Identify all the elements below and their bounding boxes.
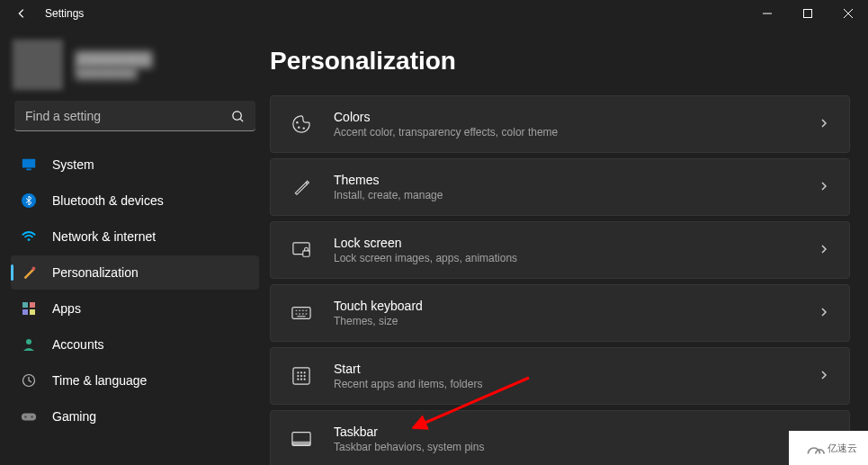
sidebar-item-personalization[interactable]: Personalization [11, 255, 259, 290]
card-subtitle: Accent color, transparency effects, colo… [334, 126, 819, 139]
svg-rect-10 [30, 309, 35, 315]
svg-rect-9 [22, 309, 28, 315]
svg-point-18 [303, 127, 305, 129]
sidebar-item-system[interactable]: System [11, 148, 259, 182]
card-start[interactable]: StartRecent apps and items, folders [270, 347, 850, 405]
sidebar-item-label: Accounts [52, 337, 104, 352]
card-subtitle: Themes, size [334, 315, 819, 327]
sidebar-item-accounts[interactable]: Accounts [11, 327, 259, 362]
card-subtitle: Taskbar behaviors, system pins [334, 441, 819, 453]
card-lock-screen[interactable]: Lock screenLock screen images, apps, ani… [270, 221, 850, 279]
avatar [13, 40, 63, 90]
svg-point-24 [300, 371, 302, 373]
card-title: Colors [334, 110, 819, 124]
search-icon[interactable] [231, 101, 245, 131]
svg-point-15 [31, 416, 32, 417]
watermark: 亿速云 [789, 431, 868, 465]
svg-point-31 [304, 379, 306, 380]
wifi-icon [20, 228, 38, 246]
clock-icon [20, 371, 38, 389]
brush-icon [20, 264, 38, 282]
sidebar-item-network[interactable]: Network & internet [11, 219, 259, 254]
taskbar-icon [291, 431, 312, 447]
content-area: Personalization ColorsAccent color, tran… [270, 27, 868, 465]
svg-rect-0 [803, 10, 811, 18]
keyboard-icon [291, 306, 312, 320]
svg-point-29 [297, 379, 299, 380]
sidebar-item-label: Apps [52, 301, 81, 316]
card-subtitle: Recent apps and items, folders [334, 378, 819, 390]
svg-point-26 [297, 375, 299, 377]
sidebar-item-label: Gaming [52, 409, 96, 424]
sidebar-item-label: Time & language [52, 373, 147, 388]
bluetooth-icon [20, 192, 38, 210]
svg-point-5 [28, 238, 31, 241]
svg-rect-13 [22, 413, 36, 420]
svg-point-23 [297, 371, 299, 373]
pencil-icon [291, 178, 312, 196]
apps-icon [20, 300, 38, 317]
svg-rect-21 [292, 308, 310, 319]
chevron-right-icon [819, 116, 829, 132]
profile-block[interactable]: ████████ ████████ [11, 36, 259, 94]
card-subtitle: Install, create, manage [334, 189, 819, 201]
card-title: Themes [334, 173, 819, 187]
chevron-right-icon [819, 368, 829, 384]
svg-point-27 [300, 375, 302, 377]
svg-point-14 [24, 416, 26, 417]
chevron-right-icon [819, 305, 829, 321]
sidebar-item-label: System [52, 157, 94, 172]
search-input[interactable] [14, 101, 255, 131]
sidebar-item-label: Personalization [52, 265, 139, 280]
monitor-icon [20, 156, 38, 174]
start-grid-icon [291, 367, 312, 385]
svg-rect-6 [32, 267, 36, 271]
chevron-right-icon [819, 179, 829, 195]
profile-name: ████████ [76, 51, 152, 67]
svg-point-28 [304, 375, 306, 377]
sidebar-item-label: Bluetooth & devices [52, 193, 164, 208]
card-colors[interactable]: ColorsAccent color, transparency effects… [270, 95, 850, 153]
close-button[interactable] [828, 0, 868, 27]
sidebar-item-time-language[interactable]: Time & language [11, 363, 259, 398]
gamepad-icon [20, 407, 38, 425]
window-controls [747, 0, 868, 27]
sidebar-item-gaming[interactable]: Gaming [11, 399, 259, 434]
svg-rect-3 [26, 169, 31, 171]
svg-rect-2 [22, 159, 35, 168]
card-title: Touch keyboard [334, 299, 819, 313]
page-title: Personalization [270, 47, 850, 76]
svg-point-17 [298, 126, 300, 128]
sidebar: ████████ ████████ System Bluetooth & dev… [0, 27, 270, 465]
card-title: Start [334, 362, 819, 376]
sidebar-item-apps[interactable]: Apps [11, 291, 259, 326]
maximize-button[interactable] [787, 0, 828, 27]
card-title: Lock screen [334, 236, 819, 250]
card-title: Taskbar [334, 425, 819, 439]
svg-point-25 [304, 371, 306, 373]
svg-rect-20 [303, 251, 309, 256]
palette-icon [291, 114, 312, 134]
window-title: Settings [45, 7, 84, 20]
titlebar: Settings [0, 0, 868, 27]
svg-point-30 [300, 379, 302, 380]
chevron-right-icon [819, 242, 829, 258]
card-taskbar[interactable]: TaskbarTaskbar behaviors, system pins [270, 410, 850, 465]
search-box [14, 101, 255, 131]
svg-rect-33 [292, 442, 310, 446]
svg-point-1 [233, 111, 241, 119]
person-icon [20, 335, 38, 353]
svg-rect-7 [22, 302, 28, 308]
svg-point-16 [296, 121, 298, 123]
card-subtitle: Lock screen images, apps, animations [334, 252, 819, 264]
lock-monitor-icon [291, 241, 312, 259]
sidebar-item-label: Network & internet [52, 229, 156, 244]
card-touch-keyboard[interactable]: Touch keyboardThemes, size [270, 284, 850, 342]
sidebar-item-bluetooth[interactable]: Bluetooth & devices [11, 183, 259, 218]
back-button[interactable] [13, 4, 31, 22]
profile-email: ████████ [76, 67, 152, 79]
svg-point-11 [26, 339, 31, 344]
card-themes[interactable]: ThemesInstall, create, manage [270, 158, 850, 216]
svg-rect-8 [30, 302, 35, 308]
minimize-button[interactable] [747, 0, 787, 27]
